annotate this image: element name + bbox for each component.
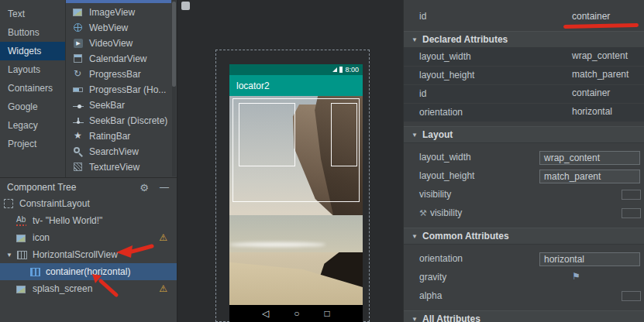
attributes-sections: ▼Declared Attributeslayout_widthwrap_con… — [404, 31, 644, 322]
section-header-layout[interactable]: ▼Layout — [404, 126, 644, 143]
section-header-declared-attributes[interactable]: ▼Declared Attributes — [404, 31, 644, 48]
attribute-label: layout_width — [419, 152, 471, 163]
palette-item-searchview[interactable]: SearchView — [66, 144, 177, 159]
linearlayout-horizontal-icon — [29, 267, 42, 277]
tree-item-label: container(horizontal) — [46, 266, 130, 277]
palette-item-calendarview[interactable]: CalendarView — [66, 51, 177, 67]
attribute-row-orientation: orientationhorizontal — [404, 104, 644, 122]
palette-category-legacy[interactable]: Legacy — [0, 116, 65, 135]
component-tree-title: Component Tree — [7, 182, 139, 193]
photo-sea — [229, 215, 363, 253]
palette-item-progressbar-ho[interactable]: ProgressBar (Ho... — [66, 82, 177, 98]
palette-item-webview[interactable]: WebView — [66, 20, 177, 36]
recents-icon: □ — [325, 308, 330, 319]
palette-item-label: VideoView — [89, 38, 133, 49]
image-icon — [16, 233, 29, 243]
palette-category-text[interactable]: Text — [0, 5, 65, 23]
palette-item-ratingbar[interactable]: RatingBar — [66, 128, 177, 144]
palette-top-selection-bar — [66, 0, 171, 3]
attribute-label: orientation — [419, 253, 463, 264]
design-canvas[interactable]: 8:00 locator2 ◁○□ — [177, 0, 403, 322]
section-header-all-attributes[interactable]: ▼All Attributes — [404, 310, 644, 322]
textureview-icon — [73, 162, 84, 173]
palette-category-project[interactable]: Project — [0, 135, 65, 153]
background-photo — [229, 96, 363, 305]
palette-category-widgets[interactable]: Widgets — [0, 42, 65, 60]
attribute-row-layout-width: layout_widthwrap_content — [404, 48, 644, 66]
webview-icon — [73, 22, 84, 33]
attribute-value-field[interactable] — [622, 291, 641, 301]
attribute-value-dropdown[interactable]: horizontal — [539, 252, 640, 266]
attribute-label: id — [419, 11, 426, 22]
attribute-value[interactable]: horizontal — [572, 106, 612, 117]
palette-item-videoview[interactable]: VideoView — [66, 36, 177, 51]
palette-category-google[interactable]: Google — [0, 98, 65, 116]
attribute-value-dropdown[interactable]: match_parent — [539, 170, 640, 183]
palette-item-seekbar[interactable]: SeekBar — [66, 98, 177, 113]
tree-item-label: icon — [33, 232, 50, 243]
attribute-label: alpha — [419, 290, 442, 301]
attribute-row-id: idcontainer — [404, 85, 644, 103]
chevron-down-icon: ▼ — [412, 36, 418, 43]
device-nav-bar: ◁○□ — [229, 305, 363, 322]
minimize-icon[interactable] — [160, 182, 169, 193]
horizontalscrollview-icon — [16, 250, 29, 260]
attribute-row-id: id container — [404, 8, 644, 26]
attribute-value-field[interactable]: container — [572, 11, 610, 22]
wrench-icon: ⚒ — [419, 208, 427, 218]
palette-item-seekbar-discrete[interactable]: SeekBar (Discrete) — [66, 113, 177, 128]
tree-item-label: ConstraintLayout — [19, 198, 90, 209]
palette-item-imageview[interactable]: ImageView — [66, 5, 177, 20]
palette-category-layouts[interactable]: Layouts — [0, 60, 65, 79]
attribute-row-visibility: visibility — [404, 186, 644, 204]
palette-item-textureview[interactable]: TextureView — [66, 159, 177, 175]
child-view-overlay[interactable] — [239, 103, 295, 166]
tree-item-container-horizontal[interactable]: container(horizontal) — [0, 263, 177, 280]
progressbar-horizontal-icon — [73, 84, 84, 95]
palette-scrollbar[interactable] — [172, 0, 176, 176]
section-title: Declared Attributes — [422, 34, 508, 45]
tree-item-icon[interactable]: icon⚠ — [0, 229, 177, 246]
photo-foam — [229, 242, 325, 247]
ratingbar-icon — [73, 131, 84, 142]
attribute-label: visibility — [419, 189, 451, 200]
flag-icon[interactable]: ⚑ — [572, 271, 580, 282]
tree-item-horizontalscrollview[interactable]: ▼HorizontalScrollView — [0, 246, 177, 263]
attribute-value[interactable]: match_parent — [572, 69, 629, 80]
palette-item-progressbar[interactable]: ProgressBar — [66, 67, 177, 82]
attribute-value[interactable]: container — [572, 87, 610, 98]
attribute-label: orientation — [419, 107, 463, 118]
palette-item-label: WebView — [89, 22, 128, 33]
attributes-panel: id container ▼Declared Attributeslayout_… — [403, 0, 644, 322]
palette-category-containers[interactable]: Containers — [0, 79, 65, 98]
tree-item-splash-screen[interactable]: splash_screen⚠ — [0, 280, 177, 297]
palette-item-label: SeekBar (Discrete) — [89, 115, 167, 126]
palette-item-label: SeekBar — [89, 100, 125, 111]
progressbar-icon — [73, 69, 84, 80]
attribute-value-field[interactable] — [622, 208, 641, 218]
scrollbar-thumb[interactable] — [172, 2, 176, 87]
attribute-value-field[interactable] — [622, 190, 641, 200]
gear-icon[interactable] — [139, 182, 149, 194]
section-header-common-attributes[interactable]: ▼Common Attributes — [404, 228, 644, 245]
app-bar-title: locator2 — [236, 80, 270, 91]
palette-item-label: SearchView — [89, 146, 139, 157]
palette-categories: TextButtonsWidgetsLayoutsContainersGoogl… — [0, 0, 66, 177]
palette-category-buttons[interactable]: Buttons — [0, 23, 65, 42]
tree-item-tv-hello-world[interactable]: tv- "Hello World!" — [0, 212, 177, 229]
warning-icon: ⚠ — [159, 283, 167, 294]
chevron-down-icon[interactable]: ▼ — [6, 252, 16, 259]
device-preview[interactable]: 8:00 locator2 ◁○□ — [229, 64, 363, 322]
device-status-bar: 8:00 — [229, 64, 363, 75]
tree-item-constraintlayout[interactable]: ConstraintLayout — [0, 195, 177, 212]
attribute-value[interactable]: wrap_content — [572, 50, 628, 61]
palette-panel: TextButtonsWidgetsLayoutsContainersGoogl… — [0, 0, 177, 177]
attribute-row-gravity: gravity⚑ — [404, 269, 644, 287]
app-bar: locator2 — [229, 75, 363, 96]
palette-items: ImageViewWebViewVideoViewCalendarViewPro… — [66, 0, 177, 175]
child-view-overlay[interactable] — [331, 103, 357, 166]
palette-item-label: ProgressBar (Ho... — [89, 84, 166, 95]
attribute-value-dropdown[interactable]: wrap_content — [539, 151, 640, 165]
section-title: All Attributes — [422, 313, 480, 322]
attribute-row-layout-height: layout_heightmatch_parent — [404, 167, 644, 186]
